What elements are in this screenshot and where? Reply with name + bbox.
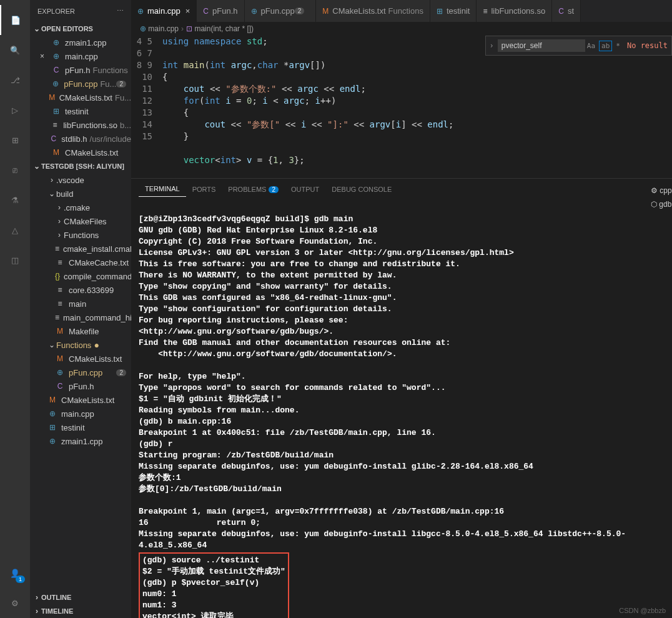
panel-tab[interactable]: TERMINAL [139,181,186,197]
file-item[interactable]: MMakefile [30,324,131,338]
scm-icon[interactable]: ⎇ [0,65,30,95]
find-result: No result [627,41,668,50]
panel-tab[interactable]: DEBUG CONSOLE [325,182,398,197]
editor-tab[interactable]: ⊕pFun.cpp2 [245,0,317,22]
watermark: CSDN @zbbzb [619,607,666,614]
editor-tab[interactable]: MCMakeLists.txtFunctions [316,0,430,22]
find-case-icon[interactable]: Aa [587,42,595,50]
open-editor-item[interactable]: ⊞testinit [30,104,131,118]
folder-item[interactable]: ›CMakeFiles [30,214,131,228]
panel-tab[interactable]: PROBLEMS2 [222,182,285,197]
file-item[interactable]: {}compile_commands.j... [30,269,131,283]
open-editor-item[interactable]: ⊕zmain1.cpp [30,36,131,49]
explorer-icon[interactable]: 📄 [0,5,30,35]
editor-tab[interactable]: ≡libFunctions.so [477,0,552,22]
file-item[interactable]: MCMakeLists.txt [30,393,131,407]
account-icon[interactable]: 👤1 [0,558,30,588]
file-item[interactable]: MCMakeLists.txt [30,352,131,366]
file-item[interactable]: ≡main [30,297,131,311]
code-editor[interactable]: 4 5 6 7 8 9 10 11 12 13 14 15 using name… [131,36,672,178]
file-item[interactable]: ≡core.633699 [30,283,131,297]
editor-tab[interactable]: CpFun.h [197,0,244,22]
settings-icon[interactable]: ⚙ [0,588,30,618]
breadcrumb[interactable]: ⊕ main.cpp › ⊡ main(int, char * []) [131,22,672,36]
ext2-icon[interactable]: ◫ [0,245,30,275]
sidebar-title: EXPLORER⋯ [30,0,131,22]
file-item[interactable]: ≡CMakeCache.txt [30,256,131,269]
sidebar: EXPLORER⋯ ⌄OPEN EDITORS ⊕zmain1.cpp×⊕mai… [30,0,131,618]
file-item[interactable]: ≡cmake_install.cmake [30,242,131,256]
open-editor-item[interactable]: ≡libFunctions.sob... [30,118,131,132]
folder-item[interactable]: ›.vscode [30,173,131,187]
open-editor-item[interactable]: ×⊕main.cpp [30,49,131,63]
panel: TERMINALPORTSPROBLEMS2OUTPUTDEBUG CONSOL… [131,178,672,618]
extensions-icon[interactable]: ⊞ [0,125,30,155]
open-editor-item[interactable]: ⊕pFun.cppFu...2 [30,77,131,91]
activity-bar: 📄 🔍 ⎇ ▷ ⊞ ⎚ ⚗ △ ◫ 👤1 ⚙ [0,0,30,618]
timeline-header[interactable]: ›TIMELINE [30,604,131,618]
outline-header[interactable]: ›OUTLINE [30,591,131,604]
open-editor-item[interactable]: MCMakeLists.txt [30,146,131,159]
open-editor-item[interactable]: MCMakeLists.txtFu... [30,91,131,104]
file-item[interactable]: ⊕zmain1.cpp [30,434,131,448]
search-icon[interactable]: 🔍 [0,35,30,65]
file-item[interactable]: ⊕main.cpp [30,407,131,421]
terminal[interactable]: [zb@iZbp13n3cedfv3vqg6eqgqZ build]$ gdb … [131,211,672,618]
panel-tab[interactable]: PORTS [186,182,222,197]
folder-item[interactable]: ⌄Functions● [30,338,131,352]
folder-item[interactable]: ›.cmake [30,201,131,214]
open-editor-item[interactable]: CpFun.hFunctions [30,63,131,77]
file-item[interactable]: ⊞testinit [30,421,131,434]
terminal-profile[interactable]: ⚙ cpp [647,184,672,197]
find-regex-icon[interactable]: * [616,42,620,50]
file-item[interactable]: ⊕pFun.cpp2 [30,366,131,379]
editor-tabs: ⊕main.cpp×CpFun.h⊕pFun.cpp2MCMakeLists.t… [131,0,672,22]
folder-item[interactable]: ›Functions [30,228,131,242]
panel-tab[interactable]: OUTPUT [285,182,325,197]
open-editor-item[interactable]: Cstdlib.h/usr/include [30,132,131,146]
open-editors-header[interactable]: ⌄OPEN EDITORS [30,22,131,36]
find-input[interactable] [498,39,585,52]
editor-tab[interactable]: ⊞testinit [430,0,477,22]
debug-icon[interactable]: ▷ [0,95,30,125]
testing-icon[interactable]: ⚗ [0,185,30,215]
cmake-icon[interactable]: △ [0,215,30,245]
file-item[interactable]: ≡main_command_hist... [30,311,131,324]
editor-tab[interactable]: Cst [552,0,581,22]
remote-icon[interactable]: ⎚ [0,155,30,185]
file-item[interactable]: CpFun.h [30,379,131,393]
editor-tab[interactable]: ⊕main.cpp× [131,0,197,22]
workspace-header[interactable]: ⌄TESTGDB [SSH: ALIYUN] [30,159,131,173]
terminal-profile[interactable]: ⬡ gdb [647,197,672,211]
find-word-icon[interactable]: ab [599,41,612,51]
folder-item[interactable]: ⌄build [30,187,131,201]
find-bar: › Aa ab * No result [485,36,672,56]
terminal-side: ⚙ cpp⬡ gdb [647,179,672,211]
